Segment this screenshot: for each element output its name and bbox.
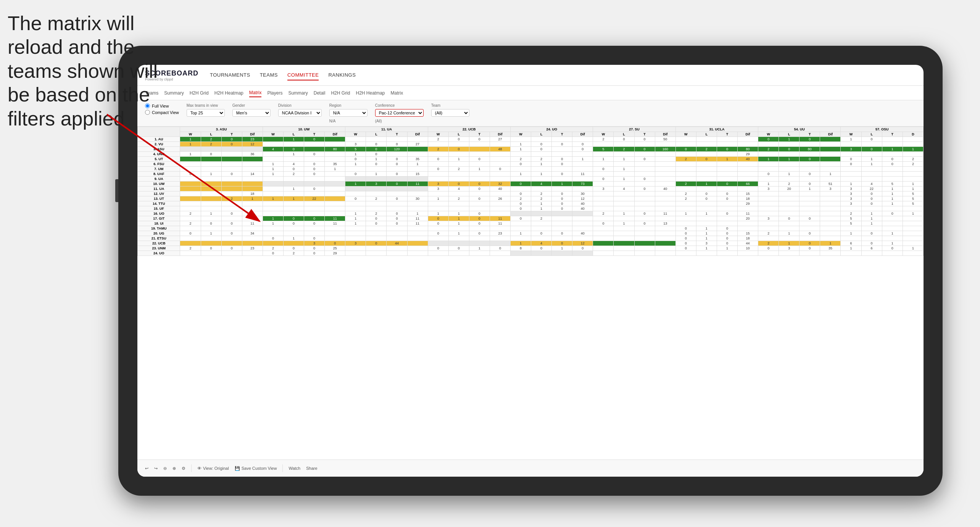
sub-col-uw-l: L [283, 132, 304, 137]
table-row: 21. ETSU 010 01018 [138, 236, 924, 241]
sub-nav-h2h-heatmap[interactable]: H2H Heatmap [214, 89, 243, 97]
gender-label: Gender [232, 103, 271, 108]
table-row: 13. UT 21 1122 02030 12026 22012 20018 3… [138, 196, 924, 201]
conference-select[interactable]: Pac-12 Conference (All) [375, 109, 424, 117]
table-row: 14. TTU 01040 29 3015 [138, 201, 924, 206]
row-label-uo24: 24. UO [138, 251, 180, 256]
sub-col-headers: W L T Dif W L T Dif W L T Dif [138, 132, 924, 137]
sub-col-uo-dif: Dif [572, 132, 593, 137]
sub-col-osu-l: L [861, 132, 882, 137]
gender-select[interactable]: Men's Women's [232, 109, 271, 117]
filter-conference: Conference Pac-12 Conference (All) (All) [375, 103, 424, 123]
toolbar-separator-1 [191, 464, 192, 472]
row-label-uo16: 16. UO [138, 211, 180, 216]
sub-col-su-w: W [593, 132, 614, 137]
filter-team: Team (All) [431, 103, 469, 117]
table-row: 22. UCB 30 3044 14012 03044 2101 601 [138, 241, 924, 246]
col-header-su: 27. SU [593, 127, 675, 132]
sub-nav-summary2[interactable]: Summary [288, 89, 308, 97]
row-label-ui18: 18. UI [138, 221, 180, 226]
col-header-ucla: 31. UCLA [675, 127, 758, 132]
sub-nav-h2h-grid[interactable]: H2H Grid [190, 89, 209, 97]
undo-button[interactable]: ↩ [145, 466, 148, 471]
watch-button[interactable]: Watch [289, 466, 300, 471]
zoom-out-button[interactable]: ⊖ [163, 466, 167, 471]
sub-col-asu-t: T [221, 132, 242, 137]
matrix-area[interactable]: 3. ASU 10. UW 11. UA 22. UCB 24. UO 27. … [137, 127, 924, 460]
sub-col-ua-dif: Dif [407, 132, 428, 137]
table-row: 24. UO 02029 [138, 251, 924, 256]
nav-item-tournaments[interactable]: TOURNAMENTS [210, 70, 250, 80]
matrix-table: 3. ASU 10. UW 11. UA 22. UCB 24. UO 27. … [137, 127, 924, 256]
table-row: 18. UI 20011 10011 10011 01011 01013 51 [138, 221, 924, 226]
sub-col-ucla-l: L [696, 132, 717, 137]
sub-col-uu-w: W [758, 132, 779, 137]
row-label-uf15: 15. UF [138, 206, 180, 211]
sub-nav-players[interactable]: Players [267, 89, 282, 97]
col-header-uo: 24. UO [510, 127, 593, 132]
table-row: 11. UA 10 34040 34040 32013 32211 [138, 186, 924, 191]
row-label-ua9: 9. UA [138, 177, 180, 182]
view-original-button[interactable]: 👁 View: Original [197, 466, 229, 471]
filter-region: Region N/A West N/A [329, 103, 368, 123]
col-header-asu: 3. ASU [180, 127, 263, 132]
sub-col-su-l: L [614, 132, 634, 137]
row-label-tamu19: 19. TAMU [138, 226, 180, 231]
col-header-ucb: 22. UCB [428, 127, 510, 132]
sub-col-uo-w: W [510, 132, 531, 137]
region-label: Region [329, 103, 368, 108]
col-header-ua: 11. UA [345, 127, 428, 132]
table-row: 8. UAF 01014 120 01015 11011 0101 [138, 172, 924, 177]
region-select[interactable]: N/A West [329, 109, 368, 117]
filter-division: Division NCAA Division I NCAA Division I… [278, 103, 322, 117]
division-select[interactable]: NCAA Division I NCAA Division II [278, 109, 322, 117]
row-label-ut: 5. UT [138, 157, 180, 162]
save-custom-button[interactable]: 💾 Save Custom View [235, 466, 277, 471]
sub-nav-h2h-grid2[interactable]: H2H Grid [331, 89, 350, 97]
sub-col-ucla-t: T [717, 132, 737, 137]
division-label: Division [278, 103, 322, 108]
sub-col-asu-w: W [180, 132, 201, 137]
tablet-side-button [115, 179, 118, 202]
sub-nav-matrix2[interactable]: Matrix [391, 89, 403, 97]
sub-col-ucla-w: W [675, 132, 696, 137]
share-button[interactable]: Share [306, 466, 317, 471]
row-label-uaf: 8. UAF [138, 172, 180, 177]
sub-nav-h2h-heatmap2[interactable]: H2H Heatmap [356, 89, 385, 97]
table-row: 19. TAMU 010 [138, 226, 924, 231]
row-label-um: 7. UM [138, 167, 180, 172]
sub-col-uw-w: W [263, 132, 283, 137]
toolbar-separator-2 [282, 464, 283, 472]
bottom-toolbar: ↩ ↪ ⊖ ⊕ ⚙ 👁 View: Original 💾 Save Custom… [137, 460, 924, 477]
sub-nav-matrix[interactable]: Matrix [249, 89, 262, 97]
sub-col-uu-t: T [799, 132, 820, 137]
nav-item-committee[interactable]: COMMITTEE [287, 70, 319, 80]
row-label-unc: 4. UNC [138, 152, 180, 157]
sub-nav-detail[interactable]: Detail [314, 89, 326, 97]
row-label-ut13: 13. UT [138, 196, 180, 201]
row-label-etsu21: 21. ETSU [138, 236, 180, 241]
row-label-unm23: 23. UNM [138, 246, 180, 251]
table-row: 9. UA 010 [138, 177, 924, 182]
max-teams-select[interactable]: Top 25 Top 50 [187, 109, 225, 117]
settings-button[interactable]: ⚙ [182, 466, 185, 471]
watch-label: Watch [289, 466, 300, 471]
redo-button[interactable]: ↪ [154, 466, 158, 471]
table-row: 2. VU 12012 30027 1000 [138, 142, 924, 147]
row-label-vu: 2. VU [138, 142, 180, 147]
row-label-git17: 17. GIT [138, 216, 180, 221]
nav-item-teams[interactable]: TEAMS [260, 70, 278, 80]
save-custom-label: Save Custom View [242, 466, 277, 471]
row-label-uv12: 12. UV [138, 191, 180, 196]
nav-item-rankings[interactable]: RANKINGS [328, 70, 356, 80]
zoom-reset-button[interactable]: ⊕ [172, 466, 176, 471]
table-row: 4. UNC 1036 10 10 29 [138, 152, 924, 157]
sub-nav: Teams Summary H2H Grid H2H Heatmap Matri… [137, 86, 924, 100]
view-original-icon: 👁 [197, 466, 201, 471]
sub-col-ucb-w: W [428, 132, 448, 137]
view-original-label: View: Original [203, 466, 229, 471]
team-select[interactable]: (All) [431, 109, 469, 117]
sub-col-su-t: T [634, 132, 655, 137]
tablet-screen: SCOREBOARD Powered by clippd TOURNAMENTS… [137, 65, 924, 477]
sub-col-ua-w: W [345, 132, 366, 137]
